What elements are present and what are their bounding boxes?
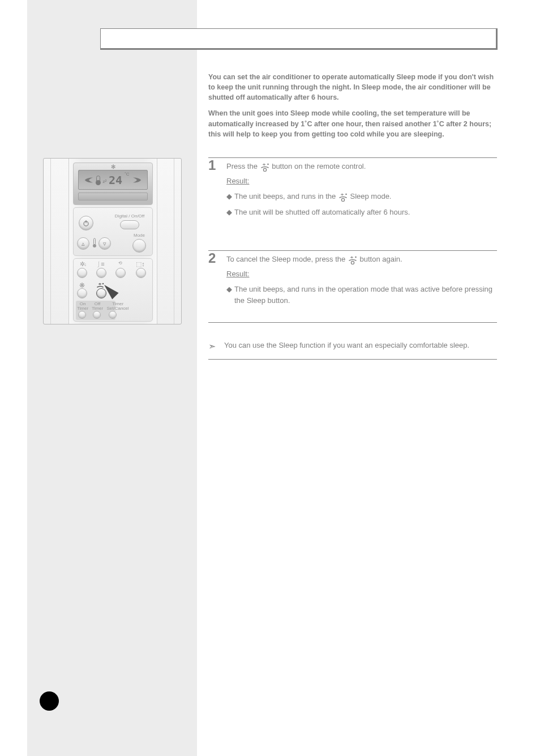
step-1-bullet-2-text: The unit will be shutted off automatical… bbox=[234, 207, 410, 218]
left-background-strip bbox=[27, 0, 197, 756]
title-text bbox=[101, 29, 496, 38]
svg-point-10 bbox=[351, 261, 354, 264]
footnote-rule bbox=[208, 359, 497, 360]
on-timer-label: On Timer bbox=[76, 302, 89, 311]
footnote: ➣ You can use the Sleep function if you … bbox=[208, 340, 497, 360]
remote-control: ✻ z² 24 ˚C Digital / On/Off ▵ ▿ M bbox=[43, 158, 182, 324]
snowflake-icon: ✻ bbox=[111, 164, 115, 170]
timer-set-cancel-button[interactable] bbox=[109, 311, 117, 319]
intro-text: You can set the air conditioner to opera… bbox=[208, 72, 497, 139]
on-timer-button[interactable] bbox=[78, 311, 86, 319]
intro-paragraph-1: You can set the air conditioner to opera… bbox=[208, 72, 497, 102]
digital-onoff-label: Digital / On/Off bbox=[108, 213, 152, 219]
svg-point-9 bbox=[355, 257, 357, 258]
step-2-bullet-1: ◆ The unit beeps, and runs in the operat… bbox=[226, 284, 497, 306]
step-1-result-block: Result: ◆ The unit beeps, and runs in th… bbox=[226, 176, 497, 218]
step-1-result-label: Result: bbox=[226, 177, 249, 185]
svg-rect-2 bbox=[94, 238, 96, 245]
step-2-result-block: Result: ◆ The unit beeps, and runs in th… bbox=[226, 268, 497, 306]
mode-button[interactable] bbox=[132, 239, 146, 253]
lcd-temperature: 24 bbox=[109, 173, 122, 187]
step-2-lead-after: button again. bbox=[360, 255, 402, 263]
step-1-bullet-1: ◆ The unit beeps, and runs in the Sleep … bbox=[226, 191, 497, 202]
step-2-result-label: Result: bbox=[226, 270, 249, 278]
svg-point-4 bbox=[102, 283, 104, 284]
remote-lcd: ✻ z² 24 ˚C bbox=[73, 163, 153, 205]
bullet-icon: ◆ bbox=[226, 284, 234, 306]
step-1-lead: Press the button on the remote control. bbox=[226, 161, 497, 172]
page-number-circle bbox=[40, 691, 59, 711]
svg-point-5 bbox=[267, 164, 269, 165]
svg-point-8 bbox=[341, 198, 344, 201]
sleep-icon bbox=[260, 161, 270, 172]
turbo-button[interactable] bbox=[77, 288, 87, 298]
title-box bbox=[100, 28, 498, 50]
step-2-rule-bottom bbox=[208, 322, 497, 323]
step-1: 1 Press the button on the remote control… bbox=[208, 157, 497, 250]
fan-icon: ✲ᵢ bbox=[77, 260, 88, 268]
lcd-main-row: z² 24 ˚C bbox=[78, 170, 148, 190]
svg-point-6 bbox=[263, 168, 266, 171]
lcd-bottom-row bbox=[78, 193, 148, 200]
fan-button[interactable] bbox=[77, 268, 87, 278]
remote-low-group: ✲ᵢ ⎰≡ ⟲ ⬚↕ ❋ On Timer Off Timer Timer Se… bbox=[73, 258, 153, 322]
bullet-icon: ◆ bbox=[226, 191, 234, 202]
sleep-icon bbox=[348, 254, 358, 264]
step-2-lead: To cancel the Sleep mode, press the butt… bbox=[226, 254, 497, 265]
step-1-number: 1 bbox=[208, 157, 216, 173]
sleep-zz-icon: z² bbox=[102, 179, 106, 184]
airflow-icon: ⎰≡ bbox=[95, 260, 106, 267]
footnote-text: You can use the Sleep function if you wa… bbox=[224, 340, 469, 353]
step-1-lead-after: button on the remote control. bbox=[272, 162, 366, 170]
thermometer-icon-small bbox=[92, 238, 97, 250]
step-2-bullet-1-text: The unit beeps, and runs in the operatio… bbox=[234, 284, 497, 306]
step-2-number: 2 bbox=[208, 250, 216, 266]
digital-onoff-button[interactable] bbox=[120, 220, 139, 229]
step-1-bullet-2: ◆ The unit will be shutted off automatic… bbox=[226, 207, 497, 218]
bullet-icon: ◆ bbox=[226, 207, 234, 218]
timer-set-cancel-label: Timer Set/Cancel bbox=[105, 302, 130, 311]
remote-mid-group: Digital / On/Off ▵ ▿ Mode bbox=[73, 207, 153, 256]
airflow-button[interactable] bbox=[96, 268, 106, 278]
lcd-unit: ˚C bbox=[125, 172, 129, 177]
power-button[interactable] bbox=[79, 216, 93, 230]
flap-button[interactable] bbox=[136, 268, 146, 278]
off-timer-label: Off Timer bbox=[91, 302, 104, 311]
temp-down-button[interactable]: ▿ bbox=[98, 237, 111, 250]
swing-button[interactable] bbox=[115, 268, 126, 278]
step-1-rule-top bbox=[208, 157, 497, 158]
off-timer-button[interactable] bbox=[93, 311, 101, 319]
step-1-body: Press the button on the remote control. … bbox=[226, 157, 497, 217]
svg-point-7 bbox=[345, 194, 347, 195]
step-2-lead-before: To cancel the Sleep mode, press the bbox=[226, 255, 348, 263]
swing-left-icon bbox=[84, 176, 94, 184]
step-1-bullet-1-text: The unit beeps, and runs in the Sleep mo… bbox=[234, 191, 391, 202]
svg-point-3 bbox=[93, 244, 96, 247]
step-2: 2 To cancel the Sleep mode, press the bu… bbox=[208, 250, 497, 323]
thermometer-icon bbox=[96, 176, 100, 185]
footnote-row: ➣ You can use the Sleep function if you … bbox=[208, 340, 497, 353]
power-icon bbox=[83, 220, 89, 227]
step-2-body: To cancel the Sleep mode, press the butt… bbox=[226, 250, 497, 306]
sleep-icon bbox=[338, 191, 348, 202]
mode-label: Mode bbox=[129, 233, 149, 238]
swing-right-icon bbox=[132, 176, 142, 184]
page: You can set the air conditioner to opera… bbox=[0, 0, 540, 756]
intro-paragraph-2: When the unit goes into Sleep mode while… bbox=[208, 108, 497, 139]
swing-label-icon: ⟲ bbox=[114, 260, 126, 266]
step-2-rule-top bbox=[208, 250, 497, 251]
flap-icon: ⬚↕ bbox=[134, 260, 147, 268]
temp-up-button[interactable]: ▵ bbox=[77, 237, 89, 250]
note-arrow-icon: ➣ bbox=[208, 340, 218, 353]
svg-rect-1 bbox=[85, 220, 86, 223]
step-1-lead-before: Press the bbox=[226, 162, 260, 170]
